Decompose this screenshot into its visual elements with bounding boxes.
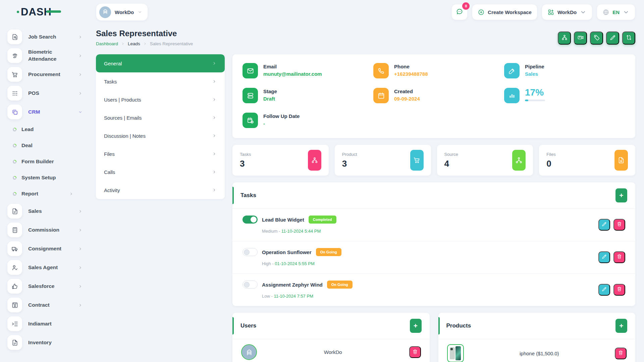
menu-item-activity[interactable]: Activity (96, 181, 225, 199)
sidebar-item-procurement[interactable]: Procurement (7, 65, 83, 84)
info-value: - (263, 121, 300, 126)
workspace-selector[interactable]: WorkDo (96, 3, 148, 21)
create-workspace-button[interactable]: Create Workspace (472, 4, 537, 20)
meeting-button[interactable] (574, 32, 587, 45)
add-product-button[interactable]: + (615, 319, 627, 333)
sidebar-item-contract[interactable]: Contract (7, 296, 83, 314)
breadcrumb-item: Sales Representative (150, 41, 193, 46)
lead-progress-value: 17% (525, 88, 545, 97)
calendar-icon (373, 88, 389, 103)
sidebar-item-indiamart[interactable]: Indiamart (7, 314, 83, 333)
chevron-right-icon (212, 79, 217, 84)
tasks-header: Tasks + (232, 182, 635, 209)
breadcrumb-item[interactable]: Dashboard (96, 41, 118, 46)
chevron-down-icon (138, 10, 142, 14)
convert-button[interactable] (622, 32, 635, 45)
file-icon (614, 150, 628, 171)
hierarchy-button[interactable] (558, 32, 571, 45)
truck-icon (7, 241, 22, 256)
task-meta: Medium - 11-10-2024 5:44 PM (262, 229, 598, 234)
logo-dot (17, 11, 19, 13)
menu-item-label: Calls (104, 169, 115, 175)
chevron-down-icon (580, 9, 587, 16)
menu-item-tasks[interactable]: Tasks (96, 72, 225, 90)
task-toggle[interactable] (243, 216, 258, 224)
sidebar-subitem-system-setup[interactable]: System Setup (7, 170, 83, 186)
sidebar-subitem-lead[interactable]: Lead (7, 121, 83, 137)
language-button[interactable]: EN (597, 4, 635, 20)
menu-item-calls[interactable]: Calls (96, 163, 225, 181)
delete-task-button[interactable] (613, 219, 625, 231)
add-user-button[interactable]: + (410, 319, 422, 333)
sidebar-item-consignment[interactable]: Consignment (7, 239, 83, 258)
task-toggle[interactable] (243, 248, 258, 256)
chevron-right-icon (78, 247, 83, 251)
chevron-down-icon (78, 110, 83, 114)
sidebar-item-label: Sales (28, 208, 70, 215)
labels-button[interactable] (590, 32, 603, 45)
task-row-line: Lead Blue WidgetCompleted (243, 216, 598, 224)
workspace-menu-button[interactable]: WorkDo (542, 4, 592, 20)
edit-task-button[interactable] (598, 251, 610, 263)
delete-product-button[interactable] (615, 348, 627, 359)
task-row: Operation SunflowerOn GoingHigh - 01-10-… (232, 241, 635, 274)
user-name: WorkDo (257, 349, 409, 355)
info-label: Created (394, 88, 420, 94)
info-item-text: StageDraft (263, 88, 277, 102)
sidebar-subitem-form-builder[interactable]: Form Builder (7, 154, 83, 170)
menu-item-general[interactable]: General (96, 54, 225, 72)
sidebar-item-salesforce[interactable]: Salesforce (7, 277, 83, 296)
sidebar-item-job-search[interactable]: Job Search (7, 27, 83, 46)
delete-user-button[interactable] (409, 346, 421, 358)
pen-icon (504, 63, 520, 78)
menu-item-users-products[interactable]: Users | Products (96, 90, 225, 109)
info-label: Phone (394, 63, 428, 69)
sidebar-item-crm[interactable]: CRM (7, 103, 83, 121)
lead-info-card: Emailmunuty@mailinator.comPhone+16239488… (232, 54, 635, 138)
sidebar-item-pos[interactable]: POS (7, 84, 83, 103)
sidebar-item-sales[interactable]: Sales (7, 202, 83, 221)
info-item-email: Emailmunuty@mailinator.com (243, 63, 373, 78)
task-status-badge: On Going (316, 248, 341, 256)
notifications-button[interactable]: 0 (451, 4, 468, 20)
chevron-right-icon (212, 152, 217, 156)
menu-item-files[interactable]: Files (96, 145, 225, 163)
menu-item-discussion-notes[interactable]: Discussion | Notes (96, 127, 225, 145)
breadcrumb-item[interactable]: Leads (128, 41, 140, 46)
menu-item-label: Tasks (104, 79, 117, 84)
edit-task-button[interactable] (598, 284, 610, 296)
trash-icon (616, 254, 622, 260)
edit-button[interactable] (606, 32, 619, 45)
sidebar-item-biometric-attendance[interactable]: Biometric Attendance (7, 46, 83, 65)
delete-task-button[interactable] (613, 251, 625, 263)
content-area: GeneralTasksUsers | ProductsSources | Em… (96, 54, 635, 362)
sidebar-item-inventory[interactable]: Inventory (7, 333, 83, 352)
menu-item-sources-emails[interactable]: Sources | Emails (96, 109, 225, 127)
bottom-row: Users + WorkDo Products + iphone ($1,500… (232, 313, 635, 362)
sidebar-subitem-report[interactable]: Report (7, 186, 83, 202)
products-title: Products (446, 322, 471, 329)
task-row-main: Lead Blue WidgetCompletedMedium - 11-10-… (243, 216, 598, 234)
info-item-text: Emailmunuty@mailinator.com (263, 63, 322, 77)
sidebar-item-sales-agent[interactable]: Sales Agent (7, 258, 83, 277)
pencil-icon (601, 254, 607, 260)
calendar-clock-icon (243, 113, 258, 128)
info-value: +16239488788 (394, 71, 428, 77)
sidebar: Job SearchBiometric AttendanceProcuremen… (0, 24, 87, 362)
task-row-main: Assignment Zephyr WindOn GoingLow - 11-1… (243, 281, 598, 299)
delete-task-button[interactable] (613, 284, 625, 296)
add-task-button[interactable]: + (615, 188, 627, 202)
info-value: Sales (525, 71, 544, 77)
edit-task-button[interactable] (598, 219, 610, 231)
task-toggle[interactable] (243, 281, 258, 289)
tag-icon (593, 34, 600, 42)
brand-logo[interactable]: DASH (21, 6, 52, 18)
chevron-right-icon (212, 133, 217, 138)
chevron-right-icon (212, 188, 217, 192)
sidebar-subitem-deal[interactable]: Deal (7, 137, 83, 154)
users-card: Users + WorkDo (232, 313, 430, 362)
stat-label: Files (546, 152, 555, 157)
stat-text: Product3 (342, 152, 357, 169)
task-row-main: Operation SunflowerOn GoingHigh - 01-10-… (243, 248, 598, 266)
sidebar-item-commission[interactable]: Commission (7, 221, 83, 239)
